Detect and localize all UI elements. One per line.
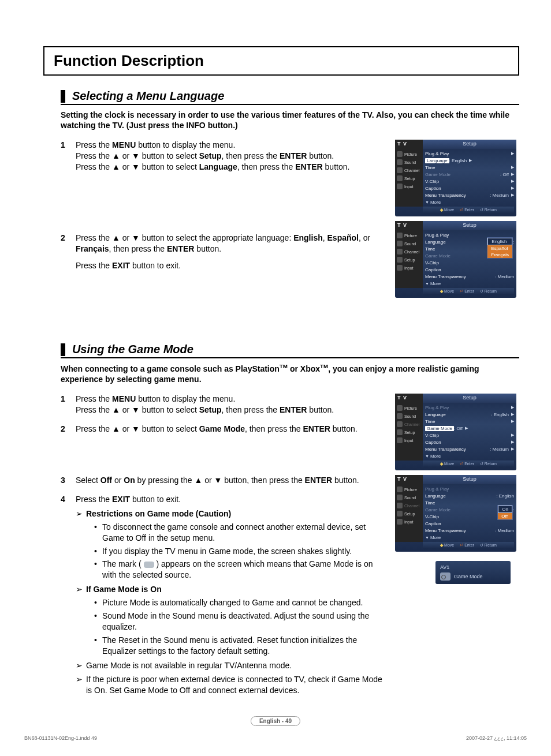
text: button. bbox=[330, 424, 358, 433]
dropdown-option-selected: Off bbox=[498, 513, 512, 519]
sound-icon bbox=[397, 413, 403, 419]
arrow-marker-icon: ➢ bbox=[76, 508, 86, 581]
osd-sidebar: Picture Sound Channel Setup Input bbox=[395, 403, 423, 461]
bold: EXIT bbox=[112, 495, 130, 504]
text: button. bbox=[307, 151, 334, 160]
osd-more: More bbox=[430, 200, 441, 205]
bold: Game Mode bbox=[199, 424, 245, 433]
chevron-right-icon: ▶ bbox=[511, 186, 514, 190]
dropdown-option: Français bbox=[487, 252, 512, 258]
osd-title: Setup bbox=[423, 221, 516, 230]
sidebar-label: Picture bbox=[404, 488, 417, 492]
chevron-right-icon: ▶ bbox=[511, 412, 514, 417]
osd-item: Menu Transparency bbox=[425, 274, 495, 279]
bullet-text: To disconnect the game console and conne… bbox=[102, 522, 386, 544]
bold: Setup bbox=[199, 405, 222, 414]
text: Press the bbox=[76, 394, 112, 403]
osd-item: Caption bbox=[425, 267, 514, 272]
osd-screenshot-4: T V Setup Picture Sound Channel Setup In… bbox=[395, 475, 516, 552]
sidebar-label: Sound bbox=[404, 496, 416, 500]
osd-footer: ◆ Move ⏎ Enter ↺ Return bbox=[423, 288, 514, 295]
step-number: 4 bbox=[61, 494, 76, 696]
osd-value: Off bbox=[456, 426, 463, 431]
input-icon bbox=[397, 265, 403, 271]
setup-icon bbox=[397, 429, 403, 435]
heading-bar-icon bbox=[61, 343, 65, 356]
text: by pressing the ▲ or ▼ button, then pres… bbox=[135, 476, 305, 485]
page-title: Function Description bbox=[54, 52, 509, 70]
bold: Language bbox=[199, 162, 237, 171]
picture-icon bbox=[397, 486, 403, 492]
chevron-right-icon: ▶ bbox=[511, 179, 514, 184]
osd-tv-label: T V bbox=[395, 140, 423, 149]
step-body: Press the EXIT button to exit. ➢ Restric… bbox=[76, 494, 386, 696]
bold: English bbox=[293, 233, 323, 242]
section2-text: 1 Press the MENU button to display the m… bbox=[61, 394, 395, 704]
step-body: Press the MENU button to display the men… bbox=[76, 394, 386, 416]
input-icon bbox=[397, 519, 403, 525]
osd-more: More bbox=[430, 454, 441, 459]
osd-main: Plug & Play▶ Language: English▶ Time▶ Ga… bbox=[423, 149, 516, 207]
text: , then press the bbox=[222, 151, 280, 160]
sound-icon bbox=[397, 241, 403, 246]
osd-hint: Return bbox=[485, 462, 497, 466]
picture-icon bbox=[397, 405, 403, 411]
bold: Español bbox=[327, 233, 359, 242]
osd-item: Caption bbox=[425, 440, 509, 445]
dropdown-option-selected: Español bbox=[487, 245, 512, 252]
osd-footer: ◆ Move ⏎ Enter ↺ Return bbox=[423, 461, 514, 467]
chevron-right-icon: ▶ bbox=[511, 193, 514, 197]
text: , then press the bbox=[109, 244, 167, 253]
osd-main: Plug & Play Language: Time Game Mode V-C… bbox=[423, 230, 516, 288]
bold: Off bbox=[100, 476, 112, 485]
picture-icon bbox=[397, 151, 403, 157]
page-number-pill: English - 49 bbox=[251, 716, 300, 726]
sidebar-label: Channel bbox=[404, 169, 419, 173]
osd-hint: Return bbox=[485, 208, 497, 212]
bold: ENTER bbox=[167, 244, 194, 253]
step-2: 2 Press the ▲ or ▼ button to select Game… bbox=[61, 424, 386, 435]
osd-value: Medium bbox=[493, 193, 509, 198]
text: Press the bbox=[76, 140, 112, 149]
step-number: 1 bbox=[61, 140, 76, 173]
chevron-right-icon: ▶ bbox=[511, 440, 514, 444]
channel-icon bbox=[397, 503, 403, 508]
bullet-icon: • bbox=[94, 522, 102, 544]
badge-source: AV1 bbox=[440, 564, 506, 570]
bold: ENTER bbox=[280, 151, 307, 160]
gamepad-icon bbox=[440, 572, 451, 581]
osd-hint: Enter bbox=[464, 208, 474, 212]
osd-sidebar: Picture Sound Channel Setup Input bbox=[395, 149, 423, 207]
sound-icon bbox=[397, 495, 403, 500]
sidebar-label: Channel bbox=[404, 250, 419, 254]
arrow-marker-icon: ➢ bbox=[76, 660, 86, 671]
bold: MENU bbox=[112, 140, 136, 149]
osd-item: Caption bbox=[425, 186, 509, 191]
text: , bbox=[323, 233, 327, 242]
osd-item: V-Chip bbox=[425, 433, 509, 438]
sub-heading: Restrictions on Game mode (Caution) bbox=[86, 509, 231, 518]
text: Press the bbox=[76, 495, 112, 504]
text: button to display the menu. bbox=[136, 140, 235, 149]
osd-item-dim: Plug & Play bbox=[425, 486, 514, 492]
dropdown-option: English bbox=[487, 238, 512, 245]
bold: Français bbox=[76, 244, 109, 253]
section1-text: 1 Press the MENU button to display the m… bbox=[61, 140, 395, 302]
bold: ENTER bbox=[305, 476, 332, 485]
channel-icon bbox=[397, 167, 403, 173]
sound-icon bbox=[397, 159, 403, 165]
text: or Xbox bbox=[288, 364, 320, 373]
triangle-down-icon: ▼ bbox=[425, 454, 429, 458]
osd-hint: Return bbox=[485, 289, 497, 293]
step-1: 1 Press the MENU button to display the m… bbox=[61, 140, 386, 173]
chevron-right-icon: ▶ bbox=[465, 426, 468, 431]
text: Press the ▲ or ▼ button to select bbox=[76, 405, 199, 414]
text: , then press the bbox=[222, 405, 280, 414]
step-number: 2 bbox=[61, 424, 76, 435]
osd-item: Plug & Play bbox=[425, 151, 509, 156]
osd-value: Off bbox=[502, 172, 509, 177]
setup-icon bbox=[397, 257, 403, 263]
osd-item: Language bbox=[425, 412, 491, 417]
bold: MENU bbox=[112, 394, 136, 403]
text: Press the ▲ or ▼ button to select bbox=[76, 162, 199, 171]
